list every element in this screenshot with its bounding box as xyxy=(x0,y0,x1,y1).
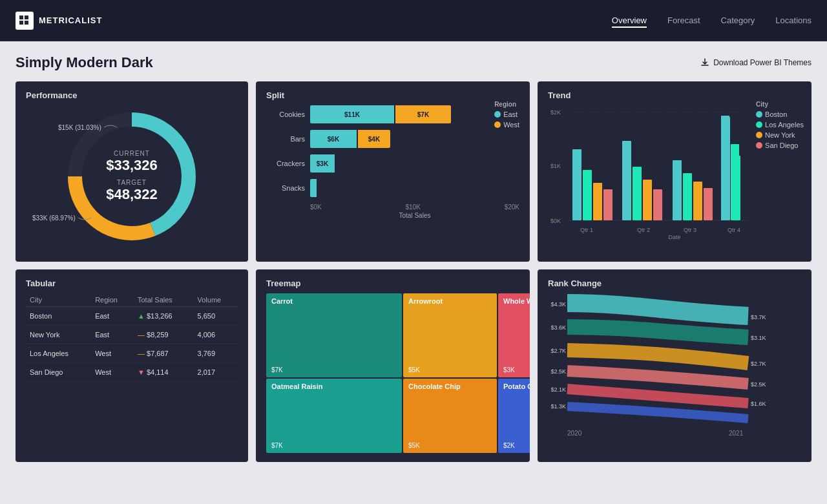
east-dot xyxy=(494,111,501,118)
split-bars-bars: $6K $4K xyxy=(310,130,390,148)
treemap-title: Treemap xyxy=(266,278,519,288)
east-bar-cookies: $11K xyxy=(310,105,394,123)
treemap-oatmeal: Oatmeal Raisin $7K xyxy=(266,379,402,453)
brand: METRICALIST xyxy=(16,12,102,30)
rank-title: Rank Change xyxy=(548,278,801,288)
nav-item-overview[interactable]: Overview xyxy=(612,16,647,25)
svg-rect-1 xyxy=(25,16,28,19)
trend-icon-flat2: — xyxy=(138,350,147,357)
west-label: West xyxy=(503,121,519,129)
svg-text:$2.7K: $2.7K xyxy=(751,361,766,367)
split-chart: Cookies $11K $7K Bars $6K $4K Crac xyxy=(266,105,519,219)
split-card: Split Region East West Cookies $11K xyxy=(256,81,530,262)
svg-rect-14 xyxy=(583,170,592,220)
volume-la: 3,769 xyxy=(194,344,238,363)
svg-rect-16 xyxy=(603,189,612,220)
east-label: East xyxy=(503,110,518,118)
city-la: Los Angeles xyxy=(26,344,91,363)
axis-0k: $0K xyxy=(310,204,322,211)
svg-text:2020: 2020 xyxy=(567,430,582,437)
svg-text:Qtr 2: Qtr 2 xyxy=(637,227,650,233)
sales-boston: ▲ $13,266 xyxy=(134,307,194,326)
trend-chart-area: $2K $1K $0K xyxy=(548,105,801,240)
current-value: $33,326 xyxy=(106,157,158,174)
navbar: METRICALIST Overview Forecast Category L… xyxy=(0,0,827,41)
arrowroot-value: $5K xyxy=(408,366,492,373)
region-newyork: East xyxy=(91,326,134,344)
east-bar-snacks xyxy=(310,179,317,197)
axis-10k: $10K xyxy=(406,204,421,211)
split-bars-snacks xyxy=(310,179,317,197)
svg-text:Qtr 1: Qtr 1 xyxy=(580,227,593,233)
svg-text:$3.7K: $3.7K xyxy=(751,314,766,320)
legend-east: East xyxy=(494,110,519,118)
page-header: Simply Modern Dark Download Power BI The… xyxy=(16,54,811,71)
svg-rect-19 xyxy=(643,180,652,220)
svg-rect-21 xyxy=(673,160,682,220)
west-dot xyxy=(494,121,501,128)
svg-text:$1.6K: $1.6K xyxy=(751,401,766,407)
split-bars-cookies: $11K $7K xyxy=(310,105,451,123)
oatmeal-value: $7K xyxy=(271,442,397,449)
svg-text:$0K: $0K xyxy=(550,218,561,224)
current-label: CURRENT xyxy=(106,150,158,157)
city-sandiego: San Diego xyxy=(26,363,91,382)
split-row-crackers: Crackers $3K xyxy=(266,154,519,173)
svg-text:$2.7K: $2.7K xyxy=(550,348,566,354)
nav-item-forecast[interactable]: Forecast xyxy=(667,16,700,25)
rank-change-card: Rank Change $4.3K xyxy=(538,269,811,462)
svg-rect-2 xyxy=(19,21,23,25)
wholew-label: Whole W... xyxy=(503,297,530,305)
trend-icon-flat: — xyxy=(138,331,147,339)
nav-item-category[interactable]: Category xyxy=(721,16,755,25)
performance-title: Performance xyxy=(26,90,238,100)
nav-item-locations[interactable]: Locations xyxy=(775,16,811,25)
axis-20k: $20K xyxy=(505,204,519,211)
chocchip-value: $5K xyxy=(408,442,492,449)
region-sandiego: West xyxy=(91,363,134,382)
sales-newyork: — $8,259 xyxy=(134,326,194,344)
rank-svg: $4.3K $3.6K $2.7K $2.5K $2.1K $1.3K $3.7… xyxy=(548,293,768,439)
annotation-bottom: $33K (68.97%) xyxy=(32,214,91,222)
tabular-table: City Region Total Sales Volume Boston Ea… xyxy=(26,293,238,382)
svg-text:$1K: $1K xyxy=(550,163,561,169)
treemap-card: Treemap Carrot $7K Arrowroot $5K Whole W… xyxy=(256,269,530,462)
split-bars-crackers: $3K xyxy=(310,154,335,173)
dashboard-grid: Performance CURRENT $33,326 TARGET $48,3… xyxy=(16,81,811,462)
target-label: TARGET xyxy=(106,179,158,186)
col-region: Region xyxy=(91,293,134,307)
tabular-card: Tabular City Region Total Sales Volume B… xyxy=(16,269,248,462)
col-volume: Volume xyxy=(194,293,238,307)
oatmeal-label: Oatmeal Raisin xyxy=(271,383,397,390)
svg-rect-22 xyxy=(683,173,692,220)
split-title: Split xyxy=(266,90,519,100)
trend-icon-down: ▼ xyxy=(138,368,147,376)
split-label-cookies: Cookies xyxy=(266,110,305,118)
city-newyork: New York xyxy=(26,326,91,344)
sales-la: — $7,687 xyxy=(134,344,194,363)
treemap-carrot: Carrot $7K xyxy=(266,293,402,377)
svg-text:$3.6K: $3.6K xyxy=(550,324,566,331)
svg-rect-29 xyxy=(721,116,729,220)
svg-rect-13 xyxy=(572,149,581,220)
carrot-value: $7K xyxy=(271,366,397,373)
svg-text:$2.5K: $2.5K xyxy=(751,381,766,388)
svg-text:2021: 2021 xyxy=(729,430,744,437)
split-label-crackers: Crackers xyxy=(266,160,305,167)
split-label-bars: Bars xyxy=(266,135,305,143)
svg-rect-24 xyxy=(704,188,713,220)
download-button[interactable]: Download Power BI Themes xyxy=(700,58,811,67)
potatochips-value: $2K xyxy=(503,442,530,449)
tabular-title: Tabular xyxy=(26,278,238,288)
svg-text:$1.3K: $1.3K xyxy=(550,403,566,410)
download-label: Download Power BI Themes xyxy=(713,58,811,67)
volume-newyork: 4,006 xyxy=(194,326,238,344)
treemap-potatochips: Potato Chips $2K xyxy=(498,379,530,453)
volume-boston: 5,650 xyxy=(194,307,238,326)
city-boston: Boston xyxy=(26,307,91,326)
svg-text:$2.1K: $2.1K xyxy=(550,386,566,393)
annotation-top: $15K (31.03%) xyxy=(58,123,117,131)
split-label-snacks: Snacks xyxy=(266,184,305,192)
trend-icon-up: ▲ xyxy=(138,312,147,320)
split-row-bars: Bars $6K $4K xyxy=(266,130,519,148)
